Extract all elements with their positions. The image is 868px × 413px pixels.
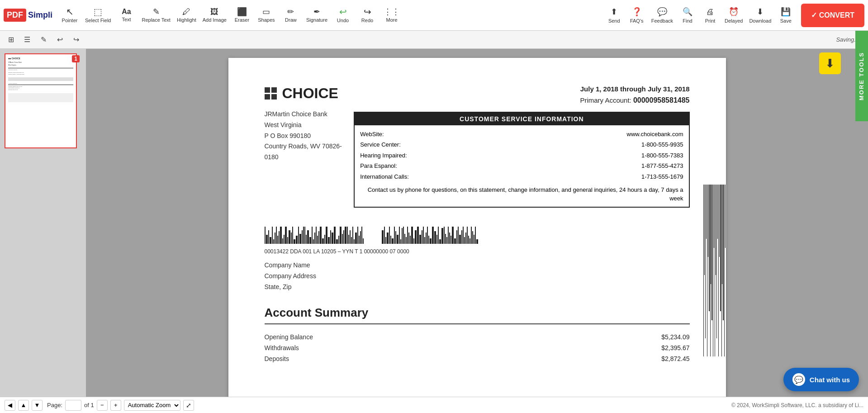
company-name: Company Name [265,260,690,271]
main-area: ■■ CHOICE JRMartin Choice Bank West Virg… [0,49,868,397]
barcode-left [265,226,364,244]
delayed-btn[interactable]: ⏰ Delayed [722,3,745,28]
draw-icon: ✏ [287,8,294,16]
select-field-btn[interactable]: ⬚ Select Field [82,3,114,28]
toolbar-right: ⬆ Send ❓ FAQ's 💬 Feedback 🔍 Find 🖨 Print… [603,3,864,28]
address-line2: West Virginia [265,120,354,131]
print-label: Print [705,18,716,24]
eraser-icon: ⬛ [237,8,247,16]
send-btn[interactable]: ⬆ Send [603,3,625,28]
faqs-btn[interactable]: ❓ FAQ's [626,3,648,28]
state-zip: State, Zip [265,282,690,293]
faqs-icon: ❓ [632,7,642,17]
withdrawals-label: Withdrawals [265,344,299,351]
undo-sec-btn[interactable]: ↩ [52,33,67,47]
download-icon: ⬇ [757,7,764,17]
download-overlay-btn[interactable]: ⬇ [819,52,841,74]
redo-btn[interactable]: ↪ Redo [356,3,379,28]
cs-val-website: www.choicebank.com [627,129,683,139]
signature-btn[interactable]: ✒ Signature [304,3,330,28]
document-page: CHOICE JRMartin Choice Bank West Virgini… [228,58,726,397]
doc-header: CHOICE JRMartin Choice Bank West Virgini… [265,85,690,208]
eraser-label: Eraser [235,17,249,23]
signature-label: Signature [306,17,327,23]
pointer-label: Pointer [62,18,78,23]
list-view-btn[interactable]: ☰ [20,33,34,47]
thumbnail-1[interactable]: ■■ CHOICE JRMartin Choice Bank West Virg… [5,53,81,148]
opening-amount: $5,234.09 [661,333,689,341]
barcode-2 [382,226,478,244]
draw-label: Draw [285,17,297,23]
bottom-bar: ◀ ▲ ▼ Page: of 1 − + Automatic Zoom ⤢ © … [0,397,868,413]
address-line4: Country Roads, WV 70826-0180 [265,141,354,163]
right-barcode-strip [703,185,726,366]
print-icon: 🖨 [706,7,714,17]
shapes-label: Shapes [258,17,275,23]
secondary-toolbar: ⊞ ☰ ✎ ↩ ↪ Saving... [0,31,868,49]
text-icon: Aa [122,8,131,15]
prev-page-btn[interactable]: ▲ [18,400,29,411]
find-btn[interactable]: 🔍 Find [677,3,698,28]
text-btn[interactable]: Aa Text [115,3,138,28]
shapes-icon: ▭ [262,8,270,16]
replace-text-btn[interactable]: ✎ Replace Text [139,3,173,28]
barcode-area [265,226,690,244]
summary-row-withdrawals: Withdrawals $2,395.67 [265,342,690,353]
doc-account-num: 00000958581485 [633,96,690,104]
doc-right: July 1, 2018 through July 31, 2018 Prima… [354,85,689,208]
barcode-text: 00013422 DDA 001 LA 10205 – YYN T 1 0000… [265,248,690,255]
cs-header: CUSTOMER SERVICE INFORMATION [355,113,688,125]
add-image-btn[interactable]: 🖼 Add Image [200,3,229,28]
deposits-amount: $2,872.45 [661,355,689,362]
copyright-text: © 2024, WorkSimpli Software, LLC. a subs… [731,402,863,408]
convert-label: ✓ CONVERT [811,11,854,19]
undo-btn[interactable]: ↩ Undo [331,3,355,28]
cs-contact-text: Contact us by phone for questions, on th… [360,185,683,203]
eraser-btn[interactable]: ⬛ Eraser [230,3,254,28]
more-tools-side-tab[interactable]: MORE TOOLS [855,31,868,121]
chat-button[interactable]: 💬 Chat with us [783,368,859,391]
feedback-btn[interactable]: 💬 Feedback [649,3,676,28]
redo-sec-btn[interactable]: ↪ [69,33,83,47]
chat-icon: 💬 [792,373,805,386]
page-viewer[interactable]: ⬇ CHOICE JRMartin Choic [86,49,868,397]
download-btn[interactable]: ⬇ Download [746,3,774,28]
zoom-in-btn[interactable]: + [110,400,121,411]
cs-val-service: 1-800-555-9935 [641,139,683,150]
cs-body: WebSite: www.choicebank.com Service Cent… [355,125,688,207]
shapes-btn[interactable]: ▭ Shapes [255,3,278,28]
sidebar-toggle-btn[interactable]: ◀ [5,400,15,411]
more-btn[interactable]: ⋮⋮ More [380,3,403,28]
undo-label: Undo [337,18,349,23]
edit-btn[interactable]: ✎ [36,33,51,47]
save-btn[interactable]: 💾 Save [775,3,797,28]
convert-button[interactable]: ✓ CONVERT [801,4,864,27]
next-page-btn[interactable]: ▼ [32,400,43,411]
feedback-icon: 💬 [657,7,667,17]
print-btn[interactable]: 🖨 Print [699,3,721,28]
summary-row-deposits: Deposits $2,872.45 [265,353,690,364]
draw-btn[interactable]: ✏ Draw [279,3,303,28]
page-number-input[interactable] [65,400,81,411]
zoom-select[interactable]: Automatic Zoom [124,400,180,411]
doc-logo: CHOICE [265,85,354,102]
zoom-out-btn[interactable]: − [97,400,108,411]
replace-text-icon: ✎ [153,8,160,16]
send-label: Send [608,18,620,24]
cs-row-hearing: Hearing Impaired: 1-800-555-7383 [360,150,683,161]
logo: PDF Simpli [4,9,52,22]
fullscreen-btn[interactable]: ⤢ [183,400,194,411]
cs-val-hearing: 1-800-555-7383 [641,150,683,161]
redo-icon: ↪ [364,7,371,16]
highlight-btn[interactable]: 🖊 Highlight [174,3,199,28]
pointer-icon: ↖ [66,7,74,16]
select-field-icon: ⬚ [94,7,102,16]
page-label: Page: [47,402,62,408]
grid-view-btn[interactable]: ⊞ [4,33,18,47]
address-line3: P O Box 990180 [265,131,354,142]
barcode-right [382,226,478,244]
feedback-label: Feedback [651,18,673,24]
delayed-icon: ⏰ [729,7,739,17]
pointer-btn[interactable]: ↖ Pointer [58,3,81,28]
of-total: of 1 [84,402,94,408]
